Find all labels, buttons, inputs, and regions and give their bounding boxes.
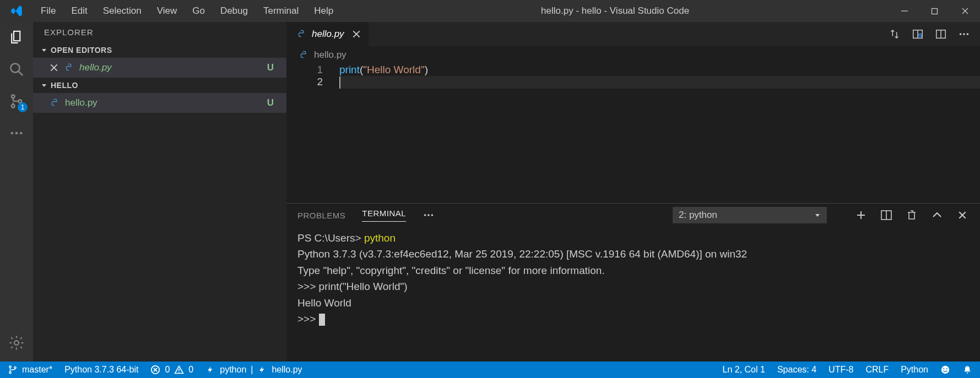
- menu-view[interactable]: View: [149, 6, 185, 17]
- svg-point-4: [10, 63, 19, 72]
- search-icon[interactable]: [8, 61, 25, 78]
- maximize-panel-icon[interactable]: [929, 212, 945, 218]
- svg-point-30: [424, 214, 426, 216]
- compare-changes-icon[interactable]: [889, 28, 901, 40]
- window-maximize-button[interactable]: [919, 0, 950, 22]
- panel-tab-bar: PROBLEMS TERMINAL 2: python: [286, 204, 980, 227]
- split-terminal-icon[interactable]: [879, 210, 894, 220]
- breadcrumb-file: hello.py: [314, 50, 346, 61]
- open-editors-header[interactable]: OPEN EDITORS: [33, 42, 286, 58]
- folder-header[interactable]: HELLO: [33, 78, 286, 93]
- source-control-icon[interactable]: 1: [8, 92, 25, 110]
- menu-edit[interactable]: Edit: [63, 6, 95, 17]
- menu-go[interactable]: Go: [185, 6, 213, 17]
- split-editor-icon[interactable]: [935, 28, 947, 40]
- status-language[interactable]: Python: [901, 365, 928, 375]
- panel-tab-terminal[interactable]: TERMINAL: [362, 209, 406, 222]
- svg-point-17: [300, 31, 301, 32]
- menu-items: File Edit Selection View Go Debug Termin…: [33, 6, 341, 17]
- svg-point-48: [943, 368, 944, 369]
- feedback-smiley-icon[interactable]: [940, 365, 950, 375]
- breadcrumb[interactable]: hello.py: [286, 46, 980, 64]
- terminal-output[interactable]: PS C:\Users> python Python 3.7.3 (v3.7.3…: [286, 227, 980, 361]
- status-eol[interactable]: CRLF: [865, 365, 889, 375]
- svg-point-47: [941, 366, 949, 374]
- window-title: hello.py - hello - Visual Studio Code: [341, 6, 889, 17]
- new-terminal-icon[interactable]: [853, 210, 869, 220]
- line-number: 2: [286, 76, 339, 89]
- status-encoding[interactable]: UTF-8: [829, 365, 853, 375]
- svg-point-12: [14, 341, 19, 345]
- explorer-sidebar: EXPLORER OPEN EDITORS hello.py U HELLO h…: [33, 22, 286, 361]
- zap-icon: [205, 365, 215, 375]
- status-indent[interactable]: Spaces: 4: [777, 365, 816, 375]
- svg-point-28: [967, 33, 969, 35]
- editor-tab[interactable]: hello.py: [286, 22, 369, 46]
- status-branch[interactable]: master*: [8, 365, 52, 375]
- menu-terminal[interactable]: Terminal: [256, 6, 306, 17]
- status-python-env[interactable]: python | hello.py: [205, 365, 302, 375]
- svg-point-10: [15, 132, 18, 135]
- python-file-icon: [296, 29, 306, 39]
- menu-debug[interactable]: Debug: [213, 6, 256, 17]
- svg-point-29: [302, 52, 304, 53]
- close-tab-icon[interactable]: [352, 30, 361, 39]
- activity-bar: 1: [0, 22, 33, 361]
- close-editor-icon[interactable]: [50, 63, 58, 72]
- svg-point-26: [960, 33, 962, 35]
- window-close-button[interactable]: [950, 0, 980, 22]
- folder-label: HELLO: [51, 81, 78, 90]
- notifications-bell-icon[interactable]: [962, 365, 972, 375]
- svg-rect-1: [932, 8, 938, 14]
- svg-point-49: [946, 368, 947, 369]
- more-icon[interactable]: [8, 124, 25, 142]
- window-minimize-button[interactable]: [889, 0, 919, 22]
- svg-point-11: [20, 132, 23, 135]
- git-branch-icon: [8, 365, 18, 375]
- panel-tab-problems[interactable]: PROBLEMS: [297, 211, 345, 220]
- svg-point-32: [431, 214, 434, 216]
- settings-gear-icon[interactable]: [8, 334, 25, 352]
- status-problems[interactable]: 0 0: [150, 365, 193, 375]
- python-file-icon: [64, 63, 74, 73]
- vscode-logo-icon: [0, 4, 33, 18]
- file-tree-git-badge: U: [266, 97, 275, 108]
- explorer-icon[interactable]: [8, 29, 25, 46]
- menu-help[interactable]: Help: [306, 6, 341, 17]
- bottom-panel: PROBLEMS TERMINAL 2: python PS C:\Users>…: [286, 203, 980, 361]
- file-tree-filename: hello.py: [65, 97, 260, 108]
- menu-bar: File Edit Selection View Go Debug Termin…: [0, 0, 980, 22]
- menu-selection[interactable]: Selection: [95, 6, 149, 17]
- svg-point-16: [53, 100, 55, 101]
- open-preview-icon[interactable]: [912, 28, 924, 40]
- terminal-selector[interactable]: 2: python: [673, 207, 827, 223]
- code-line: [339, 76, 980, 89]
- svg-point-31: [427, 214, 430, 216]
- svg-point-41: [14, 367, 16, 369]
- code-editor[interactable]: 1 print("Hello World") 2: [286, 64, 980, 203]
- line-number: 1: [286, 64, 339, 76]
- zap-icon: [257, 365, 267, 375]
- editor-more-icon[interactable]: [958, 28, 970, 40]
- svg-point-6: [12, 95, 15, 98]
- svg-point-39: [9, 366, 11, 368]
- warning-icon: [174, 365, 184, 375]
- kill-terminal-icon[interactable]: [904, 210, 919, 221]
- panel-tab-more-icon[interactable]: [423, 209, 435, 221]
- svg-point-9: [11, 132, 14, 135]
- close-panel-icon[interactable]: [955, 211, 970, 220]
- sidebar-title: EXPLORER: [33, 22, 286, 42]
- open-editor-item[interactable]: hello.py U: [33, 58, 286, 78]
- status-cursor-pos[interactable]: Ln 2, Col 1: [723, 365, 765, 375]
- svg-line-5: [19, 72, 23, 76]
- svg-point-40: [9, 372, 11, 374]
- open-editor-filename: hello.py: [79, 62, 260, 73]
- menu-file[interactable]: File: [33, 6, 63, 17]
- status-interpreter[interactable]: Python 3.7.3 64-bit: [64, 365, 138, 375]
- file-tree-item[interactable]: hello.py U: [33, 93, 286, 113]
- error-icon: [150, 365, 160, 375]
- svg-point-22: [919, 34, 922, 37]
- python-file-icon: [299, 50, 308, 60]
- status-bar: master* Python 3.7.3 64-bit 0 0 python |…: [0, 361, 980, 378]
- svg-point-27: [963, 33, 965, 35]
